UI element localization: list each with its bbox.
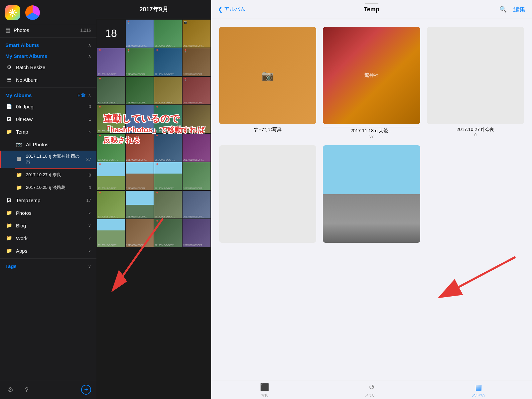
photo-cell[interactable]: 📍 20170918-DSCF7...	[154, 48, 182, 76]
right-panel: ❮ アルバム Temp 🔍 編集 📷 すべての写真 2017.11.18 rj …	[211, 0, 532, 399]
settings-icon[interactable]: ⚙	[5, 384, 16, 395]
photo-cell[interactable]: 📍 20170918-DSCF7...	[154, 191, 182, 219]
sidebar-item-olr-raw[interactable]: 🖼 0lr.Raw 1	[0, 113, 96, 125]
album1-underline-right	[323, 127, 420, 127]
album-item-2[interactable]: 2017.10.27 rj 奈良 0	[427, 27, 524, 139]
photo-filename: 20170918-DSCF7...	[155, 73, 182, 75]
temp-temp-icon: 🖼	[5, 197, 13, 204]
sidebar-item-temp-temp[interactable]: 🖼 TempTemp 17	[0, 194, 96, 206]
photo-cell[interactable]: 📍 20170918-DSCF7...	[183, 77, 210, 105]
edit-button[interactable]: 編集	[513, 5, 525, 13]
photo-cell[interactable]: 📍 20170918-DSCF7...	[154, 105, 182, 133]
photo-cell[interactable]: 📍 20170918-DSCF7...	[97, 77, 125, 105]
photo-cell[interactable]: 📍 20170918-DSCF7...	[97, 105, 125, 133]
album1-label: 2017.11.18 rj 大鷲神社 酉の市	[26, 153, 84, 165]
album1-name: 2017.11.18 rj 大鷲…	[350, 128, 393, 134]
photo-filename: 20170918-DSCF7...	[98, 187, 124, 190]
photo-cell[interactable]: 20170918-DSCF7...	[183, 219, 210, 247]
tags-section[interactable]: Tags ∨	[0, 260, 96, 271]
photo-cell[interactable]: 20170918-DSCF7...	[126, 162, 154, 190]
location-icon: 📍	[155, 192, 159, 195]
nav-tab-memories[interactable]: ↺ メモリー	[318, 383, 425, 398]
photo-cell[interactable]: 20170918-DSCF7...	[154, 20, 182, 48]
sidebar-item-no-album[interactable]: ☰ No Album	[0, 73, 96, 86]
album1-icon: 🖼	[15, 156, 23, 163]
photo-cell[interactable]: 📍 20170918-DSCF7...	[126, 48, 154, 76]
date-cell: 18	[97, 20, 125, 48]
olr-jpeg-count: 0	[89, 104, 91, 109]
circle-logo-icon[interactable]	[25, 5, 40, 20]
sidebar-item-temp[interactable]: 📁 Temp ∧	[0, 125, 96, 138]
search-button[interactable]: 🔍	[499, 6, 507, 13]
my-albums-edit-button[interactable]: Edit	[77, 93, 85, 98]
photo-cell[interactable]: 📷 20170918-DSCF7...	[183, 20, 210, 48]
sidebar-item-batch-resize[interactable]: ⚙ Batch Resize	[0, 61, 96, 73]
divider-1	[0, 37, 96, 38]
date-number: 18	[105, 27, 117, 40]
album-item-4[interactable]	[323, 145, 420, 245]
photos-subfolder-icon: 📷	[15, 141, 23, 148]
photo-filename: 20170918-DSCF7...	[98, 159, 124, 161]
sidebar-item-album3[interactable]: 📁 2017.10.25 rj 淡路島 0	[0, 181, 96, 194]
photo-filename: 20170918-DSCF7...	[155, 244, 182, 246]
photo-cell[interactable]: 20170918-DSCF7...	[183, 191, 210, 219]
photo-cell[interactable]: 20170918-DSCF7...	[126, 191, 154, 219]
album3-count: 0	[89, 185, 91, 190]
photo-cell[interactable]: 20170918-DSCF7...	[126, 77, 154, 105]
album-item-all[interactable]: 📷 すべての写真	[219, 27, 316, 139]
photos-tab-icon: ⬛	[260, 383, 269, 392]
photo-cell[interactable]: 📍 20170918-DSCF7...	[97, 48, 125, 76]
photo-cell[interactable]: 20170918-DSCF7...	[183, 105, 210, 133]
app-icon[interactable]	[5, 5, 20, 20]
photo-cell[interactable]: 📍 20170918-DSCF7...	[97, 191, 125, 219]
albums-tab-icon: ▦	[475, 383, 482, 392]
nav-tab-albums[interactable]: ▦ アルバム	[425, 383, 532, 398]
photo-grid[interactable]: 18 📍 20170918-DSCF7... 20170918-DSCF7...…	[96, 19, 211, 248]
photo-grid-wrapper: 18 📍 20170918-DSCF7... 20170918-DSCF7...…	[96, 19, 211, 399]
photo-cell[interactable]: 📍 20170918-DSCF7...	[97, 134, 125, 162]
help-icon[interactable]: ?	[21, 384, 32, 395]
photo-cell[interactable]: 20170918-DSCF7...	[126, 219, 154, 247]
sidebar-item-album2[interactable]: 📁 2017.10.27 rj 奈良 0	[0, 169, 96, 181]
sidebar-item-olr-jpeg[interactable]: 📄 0lr.Jpeg 0	[0, 100, 96, 113]
photo-filename: 20170918-DSCF7...	[98, 73, 124, 75]
photo-cell[interactable]: 20170918-DSCF7...	[126, 105, 154, 133]
sidebar-smart-albums-header[interactable]: Smart Albums ∧	[0, 39, 96, 50]
location-icon: 📍	[98, 78, 102, 81]
back-button[interactable]: ❮ アルバム	[218, 6, 245, 13]
album-item-1[interactable]: 2017.11.18 rj 大鷲… 37	[323, 27, 420, 139]
photo-filename: 20170918-DSCF7...	[126, 244, 153, 246]
album-thumb-1	[323, 27, 420, 124]
nav-tab-photos[interactable]: ⬛ 写真	[211, 383, 318, 398]
photo-cell[interactable]: 📍 20170918-DSCF7...	[154, 219, 182, 247]
location-icon: 📍	[155, 135, 159, 138]
sidebar-item-album1[interactable]: 🖼 2017.11.18 rj 大鷲神社 酉の市 37	[0, 151, 96, 168]
photo-cell[interactable]: 20170918-DSCF7...	[97, 219, 125, 247]
photo-cell[interactable]: 📍 20170918-DSCF7...	[154, 162, 182, 190]
photo-cell[interactable]: 📍 20170918-DSCF7...	[183, 48, 210, 76]
sidebar-item-photos-folder[interactable]: 📁 Photos ∨	[0, 206, 96, 219]
photo-cell[interactable]: 20170918-DSCF7...	[183, 162, 210, 190]
blog-icon: 📁	[5, 222, 13, 229]
photo-filename: 20170918-DSCF7...	[98, 215, 124, 218]
albums-tab-label: アルバム	[472, 393, 485, 398]
blog-chevron-icon: ∨	[88, 223, 91, 228]
photo-cell[interactable]: 20170918-DSCF7...	[183, 134, 210, 162]
photo-cell[interactable]: 📍 20170918-DSCF7...	[126, 20, 154, 48]
photo-cell[interactable]: 📍 20170918-DSCF7...	[154, 134, 182, 162]
sidebar-item-work[interactable]: 📁 Work ∨	[0, 232, 96, 244]
sidebar-item-blog[interactable]: 📁 Blog ∨	[0, 219, 96, 232]
sidebar-my-smart-albums-header[interactable]: My Smart Albums ∧	[0, 50, 96, 61]
album-item-3[interactable]	[219, 145, 316, 245]
temp-chevron-icon: ∧	[88, 129, 91, 134]
sidebar-item-apps[interactable]: 📁 Apps ∨	[0, 244, 96, 257]
olr-raw-label: 0lr.Raw	[16, 116, 86, 122]
sidebar-item-all-photos[interactable]: 📷 All Photos	[0, 138, 96, 151]
photo-cell[interactable]: 📍 20170918-DSCF7...	[97, 162, 125, 190]
location-icon: 📷	[184, 21, 187, 24]
photo-cell[interactable]: 20170918-DSCF7...	[126, 134, 154, 162]
sidebar-item-photos[interactable]: ▤ Photos 1,216	[0, 24, 96, 36]
add-button[interactable]: +	[81, 385, 91, 395]
photo-cell[interactable]: 20170918-DSCF7...	[154, 77, 182, 105]
my-albums-header: My Albums Edit ∧	[0, 89, 96, 100]
